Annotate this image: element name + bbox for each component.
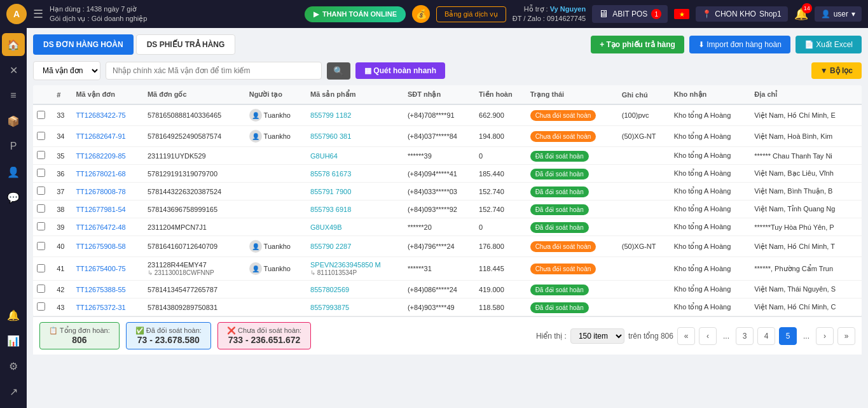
search-button[interactable]: 🔍 [327, 62, 350, 80]
row-trang-thai[interactable]: Chưa đối soát hoàn [527, 236, 618, 257]
row-trang-thai[interactable]: Đã đối soát hoàn [527, 165, 618, 183]
row-trang-thai[interactable]: Chưa đối soát hoàn [527, 104, 618, 126]
row-san-pham[interactable]: 855791 7900 [307, 183, 404, 200]
sidebar-item-chat[interactable]: 💬 [2, 186, 25, 209]
row-van-don[interactable]: TT12683422-75 [72, 104, 144, 126]
row-trang-thai[interactable]: Chưa đối soát hoàn [527, 126, 618, 147]
page-3-button[interactable]: 3 [736, 327, 754, 345]
package-icon: 📦 [7, 115, 20, 127]
checkbox[interactable] [37, 302, 45, 311]
row-van-don[interactable]: TT12675388-55 [72, 281, 144, 299]
row-san-pham[interactable]: G8UX49B [307, 218, 404, 236]
abit-pos-widget[interactable]: 🖥 ABIT POS 1 [592, 5, 668, 23]
checkbox[interactable] [37, 285, 45, 293]
scan-button[interactable]: ▦ Quét hoàn nhanh [355, 62, 445, 79]
page-5-button[interactable]: 5 [779, 327, 797, 345]
page-4-button[interactable]: 4 [757, 327, 775, 345]
row-san-pham[interactable]: 8557960 381 [307, 126, 404, 147]
filter-toggle-button[interactable]: ▼ Bộ lọc [811, 62, 862, 79]
hamburger-icon[interactable]: ☰ [33, 7, 43, 21]
row-san-pham[interactable]: 855793 6918 [307, 200, 404, 218]
price-button[interactable]: Bảng giá dịch vụ [436, 6, 506, 22]
row-van-don[interactable]: TT12677981-54 [72, 200, 144, 218]
next-page-button[interactable]: › [816, 327, 834, 345]
sidebar-item-menu[interactable]: ≡ [2, 84, 25, 107]
row-checkbox[interactable] [33, 299, 53, 316]
row-checkbox[interactable] [33, 257, 53, 281]
row-trang-thai[interactable]: Đã đối soát hoàn [527, 218, 618, 236]
items-per-page-select[interactable]: 150 item [570, 328, 624, 344]
row-checkbox[interactable] [33, 281, 53, 299]
row-checkbox[interactable] [33, 147, 53, 165]
user-menu[interactable]: 👤 user ▾ [815, 6, 862, 22]
import-don-button[interactable]: ⬇ Import đơn hàng hoàn [689, 36, 790, 53]
last-page-button[interactable]: » [837, 327, 855, 345]
row-san-pham[interactable]: 8557993875 [307, 299, 404, 316]
create-phieu-button[interactable]: + Tạo phiếu trả hàng [591, 36, 684, 53]
row-san-pham[interactable]: G8UH64 [307, 147, 404, 165]
row-san-pham[interactable]: 855799 1182 [307, 104, 404, 126]
sidebar-item-settings[interactable]: ⚙ [2, 355, 25, 377]
checkbox[interactable] [37, 111, 45, 119]
pay-button[interactable]: ▶ THANH TOÁN ONLINE [305, 6, 406, 22]
export-excel-button[interactable]: 📄 Xuất Excel [796, 36, 862, 53]
row-kho: Kho tổng A Hoàng [670, 147, 751, 165]
row-checkbox[interactable] [33, 200, 53, 218]
store-selector[interactable]: 📍 CHON KHO Shop1 [696, 6, 787, 22]
row-checkbox[interactable] [33, 183, 53, 200]
checkbox[interactable] [37, 204, 45, 213]
row-trang-thai[interactable]: Đã đối soát hoàn [527, 183, 618, 200]
flag-icon[interactable] [674, 9, 689, 19]
table-body: 33 TT12683422-75 5781650888140336465 👤 T… [33, 104, 862, 316]
checkbox[interactable] [37, 222, 45, 230]
row-kho: Kho tổng A Hoàng [670, 183, 751, 200]
checkbox[interactable] [37, 264, 45, 272]
checkbox[interactable] [37, 186, 45, 195]
sidebar-item-share[interactable]: ↗ [2, 380, 25, 403]
row-checkbox[interactable] [33, 218, 53, 236]
row-san-pham[interactable]: 85578 61673 [307, 165, 404, 183]
row-trang-thai[interactable]: Đã đối soát hoàn [527, 200, 618, 218]
row-san-pham[interactable]: SPEVN2363945850 M8111013534P [307, 257, 404, 281]
sidebar-item-pos[interactable]: P [2, 135, 25, 158]
sidebar-item-user[interactable]: 👤 [2, 160, 25, 183]
checkbox[interactable] [37, 169, 45, 177]
row-checkbox[interactable] [33, 165, 53, 183]
checkbox[interactable] [37, 242, 45, 250]
filter-type-select[interactable]: Mã vận đơn [33, 61, 100, 80]
checkbox[interactable] [37, 132, 45, 140]
row-van-don[interactable]: TT12676472-48 [72, 218, 144, 236]
status-badge: Đã đối soát hoàn [530, 151, 589, 162]
row-trang-thai[interactable]: Chưa đối soát hoàn [527, 257, 618, 281]
checkbox[interactable] [37, 151, 45, 159]
row-checkbox[interactable] [33, 236, 53, 257]
row-checkbox[interactable] [33, 126, 53, 147]
row-van-don[interactable]: TT12678008-78 [72, 183, 144, 200]
prev-page-button[interactable]: ‹ [699, 327, 717, 345]
row-van-don[interactable]: TT12675908-58 [72, 236, 144, 257]
row-san-pham[interactable]: 8557802569 [307, 281, 404, 299]
row-san-pham[interactable]: 855790 2287 [307, 236, 404, 257]
sidebar-item-home[interactable]: 🏠 [2, 33, 25, 56]
first-page-button[interactable]: « [677, 327, 695, 345]
row-trang-thai[interactable]: Đã đối soát hoàn [527, 281, 618, 299]
row-van-don[interactable]: TT12682647-91 [72, 126, 144, 147]
sidebar-item-notification[interactable]: 🔔 [2, 304, 25, 327]
search-input[interactable] [106, 62, 322, 80]
status-badge: Đã đối soát hoàn [530, 222, 589, 233]
bell-widget[interactable]: 🔔 14 [794, 7, 808, 21]
row-dia-chi: ******, Phường Cẩm Trun [750, 257, 862, 281]
row-van-don[interactable]: TT12678021-68 [72, 165, 144, 183]
row-trang-thai[interactable]: Đã đối soát hoàn [527, 299, 618, 316]
sidebar-item-chart[interactable]: 📊 [2, 329, 25, 352]
row-trang-thai[interactable]: Đã đối soát hoàn [527, 147, 618, 165]
row-kho: Kho tổng A Hoàng [670, 126, 751, 147]
row-van-don[interactable]: TT12675372-31 [72, 299, 144, 316]
row-van-don[interactable]: TT12675400-75 [72, 257, 144, 281]
sidebar-item-close[interactable]: ✕ [2, 59, 25, 81]
sidebar-item-package[interactable]: 📦 [2, 109, 25, 132]
tab-don-hang-hoan[interactable]: DS ĐƠN HÀNG HOÀN [33, 34, 134, 55]
tab-phieu-tra-hang[interactable]: DS PHIẾU TRẢ HÀNG [136, 34, 236, 55]
row-van-don[interactable]: TT12682209-85 [72, 147, 144, 165]
row-checkbox[interactable] [33, 104, 53, 126]
